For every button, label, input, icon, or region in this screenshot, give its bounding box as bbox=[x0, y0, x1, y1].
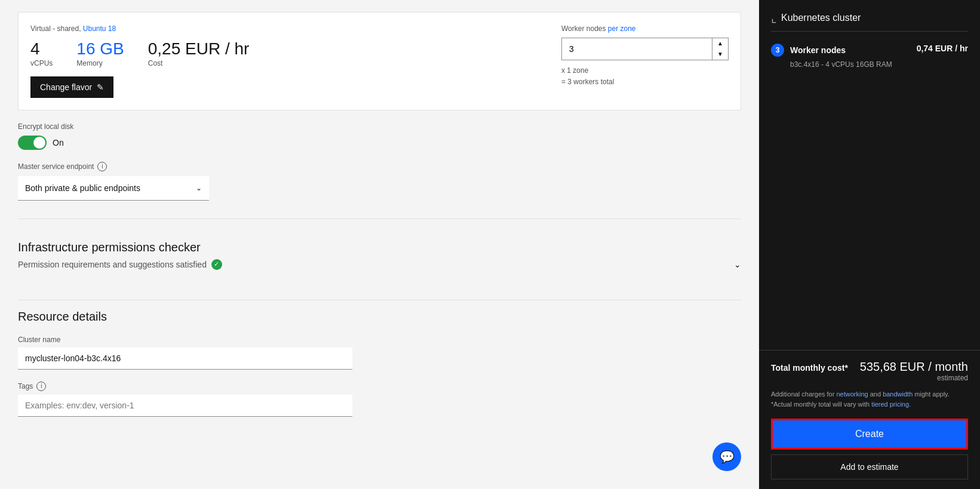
endpoint-info-icon[interactable]: i bbox=[97, 162, 107, 171]
endpoint-label: Master service endpoint i bbox=[18, 162, 741, 171]
zone-info: x 1 zone = 3 workers total bbox=[561, 65, 729, 88]
permissions-status-left: Permission requirements and suggestions … bbox=[18, 259, 222, 270]
create-button[interactable]: Create bbox=[771, 419, 968, 450]
toggle-row: On bbox=[18, 136, 741, 150]
encrypt-disk-label: Encrypt local disk bbox=[18, 122, 741, 131]
main-content: Virtual - shared, Ubuntu 18 4 vCPUs 16 G… bbox=[0, 0, 759, 489]
total-value: 535,68 EUR / month estimated bbox=[860, 360, 968, 382]
check-icon: ✓ bbox=[211, 259, 222, 270]
worker-nodes-label: Worker nodes per zone bbox=[561, 24, 729, 33]
tags-input[interactable] bbox=[18, 395, 352, 417]
divider-2 bbox=[18, 300, 741, 300]
flavor-card: Virtual - shared, Ubuntu 18 4 vCPUs 16 G… bbox=[18, 12, 741, 110]
right-sidebar: ⌞ Kubernetes cluster 3 Worker nodes 0,74… bbox=[759, 0, 980, 489]
divider-1 bbox=[18, 219, 741, 219]
total-cost-row: Total monthly cost* 535,68 EUR / month e… bbox=[771, 360, 968, 382]
flavor-specs: 4 vCPUs 16 GB Memory 0,25 EUR / hr Cost bbox=[30, 39, 543, 67]
sidebar-header: ⌞ Kubernetes cluster bbox=[771, 12, 968, 32]
toggle-knob bbox=[33, 137, 45, 149]
change-flavor-label: Change flavor bbox=[40, 82, 92, 92]
sidebar-worker-label: Worker nodes bbox=[790, 45, 846, 55]
spinner-controls: ▲ ▼ bbox=[712, 38, 728, 60]
spinner-down-button[interactable]: ▼ bbox=[712, 49, 728, 60]
cluster-name-label: Cluster name bbox=[18, 336, 741, 344]
flavor-right: Worker nodes per zone ▲ ▼ x 1 zone = 3 w… bbox=[561, 24, 729, 88]
permissions-title: Infrastructure permissions checker bbox=[18, 241, 741, 254]
sidebar-worker-cost: 0,74 EUR / hr bbox=[917, 44, 968, 53]
cost-value: 0,25 EUR / hr bbox=[148, 39, 250, 59]
sidebar-top: ⌞ Kubernetes cluster 3 Worker nodes 0,74… bbox=[759, 0, 980, 350]
spec-cost: 0,25 EUR / hr Cost bbox=[148, 39, 250, 67]
resource-details-title: Resource details bbox=[18, 310, 741, 324]
change-flavor-button[interactable]: Change flavor ✎ bbox=[30, 76, 113, 98]
memory-value: 16 GB bbox=[76, 39, 124, 59]
endpoint-dropdown[interactable]: Both private & public endpoints bbox=[18, 176, 209, 201]
total-estimated: estimated bbox=[860, 374, 968, 382]
worker-nodes-input[interactable] bbox=[562, 38, 712, 60]
permissions-status-row[interactable]: Permission requirements and suggestions … bbox=[18, 259, 741, 270]
tiered-pricing-link[interactable]: tiered pricing bbox=[871, 401, 909, 408]
endpoint-section: Master service endpoint i Both private &… bbox=[18, 162, 741, 201]
sidebar-title: Kubernetes cluster bbox=[781, 13, 861, 23]
cost-label: Cost bbox=[148, 59, 250, 67]
total-amount: 535,68 EUR / month bbox=[860, 360, 968, 374]
vcpus-value: 4 bbox=[30, 39, 53, 59]
spec-vcpus: 4 vCPUs bbox=[30, 39, 53, 67]
zone-total: = 3 workers total bbox=[561, 76, 729, 88]
resource-details-section: Resource details Cluster name Tags i bbox=[18, 310, 741, 417]
tags-info-icon[interactable]: i bbox=[36, 382, 46, 391]
worker-spinner: ▲ ▼ bbox=[561, 38, 729, 60]
flavor-left: Virtual - shared, Ubuntu 18 4 vCPUs 16 G… bbox=[30, 24, 543, 98]
permissions-text: Permission requirements and suggestions … bbox=[18, 260, 207, 269]
bandwidth-link[interactable]: bandwidth bbox=[883, 390, 913, 398]
toggle-state-label: On bbox=[53, 138, 64, 147]
additional-charges-text: Additional charges for networking and ba… bbox=[771, 389, 968, 409]
cluster-name-input[interactable] bbox=[18, 347, 352, 370]
sidebar-worker-badge: 3 bbox=[771, 44, 784, 57]
endpoint-label-text: Master service endpoint bbox=[18, 162, 94, 171]
vcpus-label: vCPUs bbox=[30, 59, 53, 67]
networking-link[interactable]: networking bbox=[836, 390, 868, 398]
endpoint-dropdown-wrapper: Both private & public endpoints ⌄ bbox=[18, 176, 209, 201]
tags-label-row: Tags i bbox=[18, 382, 741, 391]
per-zone-label: per zone bbox=[608, 24, 636, 33]
add-to-estimate-button[interactable]: Add to estimate bbox=[771, 454, 968, 479]
flavor-os: Ubuntu 18 bbox=[83, 24, 116, 33]
tags-label-text: Tags bbox=[18, 382, 33, 390]
flavor-subtitle: Virtual - shared, Ubuntu 18 bbox=[30, 24, 543, 33]
spinner-up-button[interactable]: ▲ bbox=[712, 38, 728, 49]
memory-label: Memory bbox=[76, 59, 124, 67]
edit-icon: ✎ bbox=[97, 82, 104, 92]
zone-multiplier: x 1 zone bbox=[561, 65, 729, 76]
chat-icon: 💬 bbox=[720, 450, 735, 464]
sidebar-worker-left: 3 Worker nodes bbox=[771, 44, 846, 57]
chat-button[interactable]: 💬 bbox=[712, 442, 741, 471]
sidebar-bottom: Total monthly cost* 535,68 EUR / month e… bbox=[759, 350, 980, 489]
permissions-chevron-icon: ⌄ bbox=[734, 260, 741, 269]
spec-memory: 16 GB Memory bbox=[76, 39, 124, 67]
encrypt-toggle[interactable] bbox=[18, 136, 47, 150]
permissions-section: Infrastructure permissions checker Permi… bbox=[18, 229, 741, 282]
sidebar-worker-details: b3c.4x16 - 4 vCPUs 16GB RAM bbox=[771, 60, 968, 69]
total-cost-label: Total monthly cost* bbox=[771, 363, 848, 373]
sidebar-worker-row: 3 Worker nodes 0,74 EUR / hr bbox=[771, 44, 968, 57]
sidebar-bracket-icon: ⌞ bbox=[771, 12, 776, 24]
